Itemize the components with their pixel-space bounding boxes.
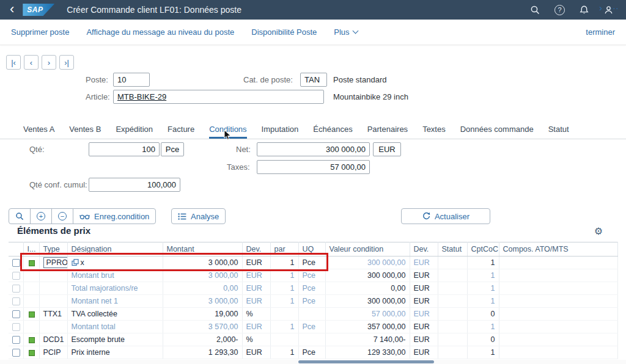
cell-par[interactable]: 1 <box>270 346 298 359</box>
tab-partenaires[interactable]: Partenaires <box>367 121 408 139</box>
article-input[interactable] <box>113 90 324 104</box>
row-checkbox[interactable] <box>12 259 20 267</box>
cell-valeur[interactable]: 357 000,00 <box>325 321 410 333</box>
col-par[interactable]: par <box>270 242 298 257</box>
cell-montant[interactable]: 3 570,00 <box>163 321 242 333</box>
remove-condition-button[interactable]: − <box>51 208 73 224</box>
row-checkbox[interactable] <box>12 323 20 331</box>
cell-valeur[interactable]: 0,00 <box>325 282 410 295</box>
col-dev[interactable]: Dev. <box>242 242 270 257</box>
cell-statut[interactable] <box>438 282 467 295</box>
cell-uq[interactable]: Pce <box>298 282 325 295</box>
cell-compos[interactable] <box>499 295 617 308</box>
col-dev2[interactable]: Dev. <box>410 242 438 257</box>
tab-facture[interactable]: Facture <box>168 121 194 139</box>
cell-valeur[interactable]: 300 000,00 <box>325 257 410 269</box>
cell-dev[interactable]: EUR <box>242 257 270 269</box>
cell-compos[interactable] <box>499 308 617 321</box>
cell-statut[interactable] <box>438 333 467 346</box>
cell-select[interactable] <box>9 333 23 346</box>
col-cptcoc[interactable]: CptCoC <box>467 242 499 257</box>
back-icon[interactable]: ‹ <box>0 2 23 18</box>
cell-type[interactable] <box>39 282 67 295</box>
cell-cptcoc[interactable]: 1 <box>467 269 499 282</box>
cell-type[interactable]: PCIP <box>39 346 67 359</box>
cell-montant[interactable]: 3 000,00 <box>163 269 242 282</box>
cell-uq[interactable]: Pce <box>298 346 325 359</box>
col-type[interactable]: Type <box>39 242 67 257</box>
cell-designation[interactable]: TVA collectée <box>67 308 163 321</box>
table-settings-gear-icon[interactable]: ⚙ <box>594 225 603 237</box>
cell-cptcoc[interactable]: 0 <box>467 333 499 346</box>
cell-statut[interactable] <box>438 257 467 269</box>
cell-uq[interactable]: Pce <box>298 269 325 282</box>
delete-item-button[interactable]: Supprimer poste <box>11 27 69 37</box>
cell-compos[interactable] <box>499 333 617 346</box>
cell-select[interactable] <box>9 257 23 269</box>
cell-dev2[interactable]: EUR <box>410 333 438 346</box>
cell-cptcoc[interactable]: 1 <box>467 257 499 269</box>
designation-value[interactable]: x <box>81 258 84 267</box>
cell-select[interactable] <box>9 321 23 333</box>
cell-designation[interactable]: x <box>67 257 163 269</box>
availability-button[interactable]: Disponibilité Poste <box>251 27 317 37</box>
cell-designation[interactable]: Total majorations/re <box>67 282 163 295</box>
cell-cptcoc[interactable]: 1 <box>467 346 499 359</box>
horizontal-scrollbar[interactable] <box>0 360 626 364</box>
cell-montant[interactable]: 3 000,00 <box>163 257 242 269</box>
cell-statut[interactable] <box>438 308 467 321</box>
cell-dev[interactable]: EUR <box>242 269 270 282</box>
cell-select[interactable] <box>9 346 23 359</box>
col-statut[interactable]: Statut <box>438 242 467 257</box>
cell-valeur[interactable]: 57 000,00 <box>325 308 410 321</box>
cell-par[interactable]: 1 <box>270 282 298 295</box>
finish-button[interactable]: terminer <box>586 27 615 37</box>
cell-dev2[interactable]: EUR <box>410 257 438 269</box>
cell-dev2[interactable]: EUR <box>410 295 438 308</box>
cell-cptcoc[interactable]: 1 <box>467 282 499 295</box>
cell-par[interactable]: 1 <box>270 321 298 333</box>
qte-input[interactable] <box>89 142 160 156</box>
cell-dev2[interactable]: EUR <box>410 282 438 295</box>
row-checkbox[interactable] <box>12 349 20 357</box>
first-item-button[interactable]: |‹ <box>6 55 21 70</box>
cell-cptcoc[interactable]: 0 <box>467 308 499 321</box>
previous-item-button[interactable]: ‹ <box>24 55 39 70</box>
cell-par[interactable]: 1 <box>270 295 298 308</box>
tab-ventes-a[interactable]: Ventes A <box>23 121 54 139</box>
search-icon[interactable] <box>530 5 540 15</box>
refresh-button[interactable]: Actualiser <box>401 208 490 224</box>
cell-designation[interactable]: Prix interne <box>67 346 163 359</box>
cell-select[interactable] <box>9 295 23 308</box>
cell-dev2[interactable]: EUR <box>410 308 438 321</box>
cell-par[interactable] <box>270 308 298 321</box>
cell-dev[interactable]: EUR <box>242 321 270 333</box>
cell-type[interactable] <box>39 269 67 282</box>
poste-input[interactable] <box>113 73 150 87</box>
cell-statut[interactable] <box>438 346 467 359</box>
cell-compos[interactable] <box>499 282 617 295</box>
condition-record-button[interactable]: Enreg.condition <box>73 208 156 224</box>
row-checkbox[interactable] <box>12 310 20 318</box>
col-montant[interactable]: Montant <box>163 242 242 257</box>
taxes-input[interactable] <box>257 160 370 174</box>
net-input[interactable] <box>257 142 370 156</box>
cell-dev2[interactable]: EUR <box>410 321 438 333</box>
analyse-button[interactable]: Analyse <box>171 208 226 224</box>
tab-ventes-b[interactable]: Ventes B <box>69 121 101 139</box>
cell-valeur[interactable]: 7 140,00- <box>325 333 410 346</box>
col-designation[interactable]: Désignation <box>67 242 163 257</box>
cell-montant[interactable]: 2,000- <box>163 333 242 346</box>
tabs-overflow-menu-icon[interactable]: ··· <box>609 2 619 13</box>
cell-dev[interactable]: % <box>242 308 270 321</box>
scrollbar-thumb[interactable] <box>298 360 434 363</box>
tab-textes[interactable]: Textes <box>422 121 446 139</box>
cell-select[interactable] <box>9 269 23 282</box>
tab-imputation[interactable]: Imputation <box>262 121 299 139</box>
cell-type[interactable]: TTX1 <box>39 308 67 321</box>
cell-montant[interactable]: 0,00 <box>163 282 242 295</box>
row-checkbox[interactable] <box>12 285 20 293</box>
tab-echeances[interactable]: Échéances <box>313 121 352 139</box>
cell-statut[interactable] <box>438 295 467 308</box>
type-input[interactable]: PPRO <box>43 257 68 268</box>
